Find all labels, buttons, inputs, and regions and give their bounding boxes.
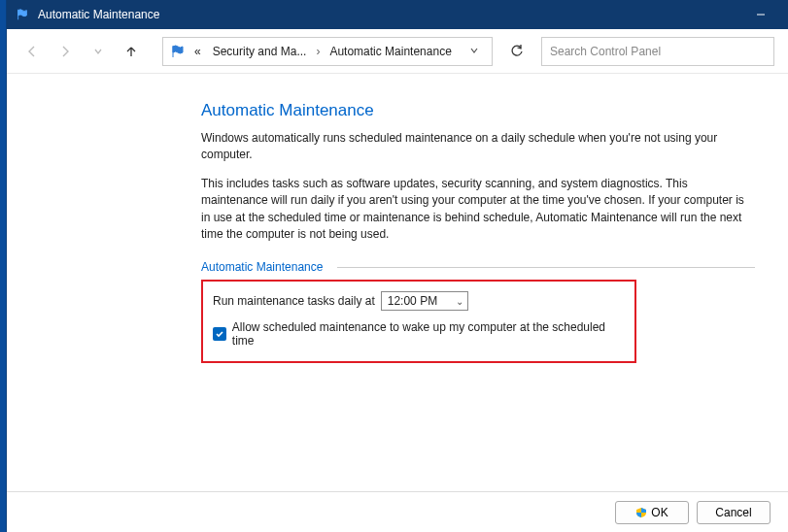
run-label: Run maintenance tasks daily at (213, 294, 375, 308)
shield-icon (635, 507, 647, 518)
titlebar: Automatic Maintenance (7, 0, 788, 29)
chevron-right-icon: › (314, 45, 322, 58)
ok-button[interactable]: OK (615, 501, 689, 524)
ok-label: OK (651, 506, 668, 519)
flag-icon (15, 7, 30, 22)
wake-checkbox-label: Allow scheduled maintenance to wake up m… (232, 320, 625, 348)
chevron-down-icon: ⌄ (456, 296, 463, 307)
toolbar: « Security and Ma... › Automatic Mainten… (7, 29, 788, 74)
footer: OK Cancel (7, 491, 788, 532)
page-title: Automatic Maintenance (201, 101, 761, 120)
schedule-row: Run maintenance tasks daily at 12:00 PM … (213, 291, 625, 311)
description-paragraph-1: Windows automatically runs scheduled mai… (201, 130, 755, 164)
breadcrumb-prefix[interactable]: « (190, 45, 205, 58)
breadcrumb-security[interactable]: Security and Ma... (209, 45, 311, 58)
description-paragraph-2: This includes tasks such as software upd… (201, 176, 755, 244)
window-title: Automatic Maintenance (38, 8, 159, 21)
cancel-button[interactable]: Cancel (697, 501, 771, 524)
section-header: Automatic Maintenance (201, 260, 755, 274)
highlight-box: Run maintenance tasks daily at 12:00 PM … (201, 280, 636, 363)
time-value: 12:00 PM (388, 294, 437, 308)
wake-row: Allow scheduled maintenance to wake up m… (213, 320, 625, 348)
minimize-button[interactable] (741, 0, 780, 29)
breadcrumb-dropdown[interactable] (463, 45, 486, 58)
recent-dropdown[interactable] (86, 40, 110, 63)
flag-icon (169, 43, 187, 60)
refresh-button[interactable] (502, 37, 531, 66)
wake-checkbox[interactable] (213, 327, 226, 341)
content-area: Automatic Maintenance Windows automatica… (7, 74, 788, 491)
back-button[interactable] (20, 40, 44, 63)
breadcrumb-automatic-maintenance[interactable]: Automatic Maintenance (325, 45, 455, 58)
forward-button[interactable] (53, 40, 77, 63)
up-button[interactable] (120, 40, 143, 63)
search-input[interactable] (541, 37, 774, 66)
control-panel-window: Automatic Maintenance « Security and Ma.… (6, 0, 788, 532)
breadcrumb[interactable]: « Security and Ma... › Automatic Mainten… (162, 37, 493, 66)
cancel-label: Cancel (715, 506, 751, 519)
time-dropdown[interactable]: 12:00 PM ⌄ (381, 291, 468, 311)
